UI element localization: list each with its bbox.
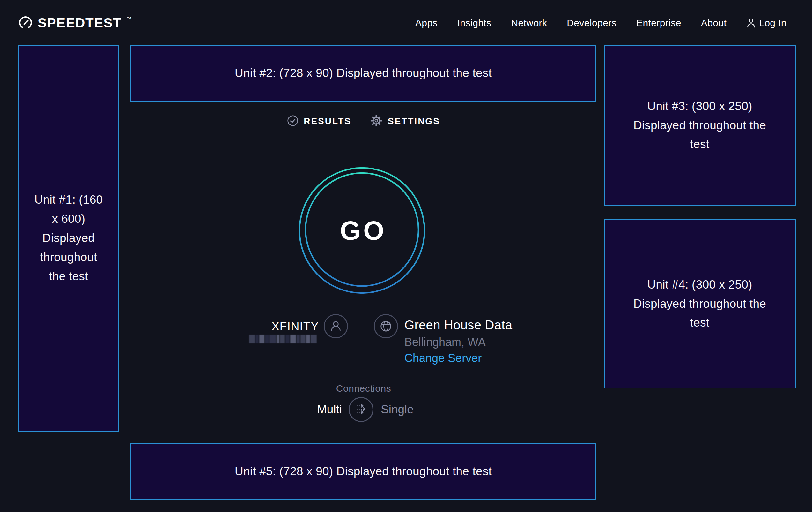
ad-unit-5-label: Unit #5: (728 x 90) Displayed throughout… [235, 462, 492, 481]
server-location: Bellingham, WA [404, 335, 486, 349]
multi-arrows-icon [350, 398, 373, 422]
nav-item-about[interactable]: About [701, 18, 727, 28]
ad-unit-5[interactable]: Unit #5: (728 x 90) Displayed throughout… [130, 443, 597, 500]
ad-unit-3-label: Unit #3: (300 x 250) Displayed throughou… [605, 97, 795, 154]
top-nav-bar: SPEEDTEST ™ Apps Insights Network Develo… [0, 0, 812, 46]
login-label: Log In [759, 18, 786, 28]
results-settings-tabs: RESULTS [130, 114, 597, 128]
connections-multi-option[interactable]: Multi [255, 403, 342, 416]
tab-settings[interactable]: SETTINGS [370, 114, 440, 128]
ad-unit-3[interactable]: Unit #3: (300 x 250) Displayed throughou… [604, 45, 796, 206]
ad-unit-1[interactable]: Unit #1: (160 x 600) Displayed throughou… [18, 45, 119, 432]
nav-item-developers[interactable]: Developers [567, 18, 616, 28]
go-label: GO [298, 167, 426, 294]
speedometer-icon [18, 15, 33, 31]
logo-wordmark: SPEEDTEST [38, 16, 121, 30]
logo-trademark: ™ [126, 16, 132, 21]
connections-toggle[interactable] [349, 397, 374, 422]
ad-unit-4-label: Unit #4: (300 x 250) Displayed throughou… [605, 275, 795, 332]
tab-results-label: RESULTS [303, 116, 351, 127]
nav-item-insights[interactable]: Insights [457, 18, 491, 28]
person-icon [324, 314, 348, 339]
ad-unit-1-label: Unit #1: (160 x 600) Displayed throughou… [19, 190, 118, 286]
nav-item-enterprise[interactable]: Enterprise [636, 18, 681, 28]
main-nav: Apps Insights Network Developers Enterpr… [415, 0, 786, 46]
isp-name[interactable]: XFINITY [204, 320, 319, 333]
user-icon [746, 18, 756, 28]
go-button[interactable]: GO [298, 167, 426, 294]
tab-results[interactable]: RESULTS [287, 114, 351, 128]
connections-single-option[interactable]: Single [381, 403, 414, 416]
server-name: Green House Data [404, 318, 512, 332]
connections-label: Connections [130, 383, 597, 394]
gear-icon [370, 114, 383, 128]
ad-unit-2[interactable]: Unit #2: (728 x 90) Displayed throughout… [130, 45, 597, 102]
login-button[interactable]: Log In [746, 18, 786, 28]
check-circle-icon [287, 115, 298, 128]
tab-settings-label: SETTINGS [388, 116, 440, 127]
ip-address-redacted [249, 335, 317, 343]
speedtest-page: SPEEDTEST ™ Apps Insights Network Develo… [0, 0, 812, 512]
change-server-link[interactable]: Change Server [404, 351, 482, 365]
nav-item-network[interactable]: Network [511, 18, 547, 28]
ad-unit-2-label: Unit #2: (728 x 90) Displayed throughout… [235, 63, 492, 83]
speedtest-logo[interactable]: SPEEDTEST ™ [18, 15, 131, 31]
nav-item-apps[interactable]: Apps [415, 18, 438, 28]
ad-unit-4[interactable]: Unit #4: (300 x 250) Displayed throughou… [604, 219, 796, 388]
globe-icon [374, 314, 398, 339]
